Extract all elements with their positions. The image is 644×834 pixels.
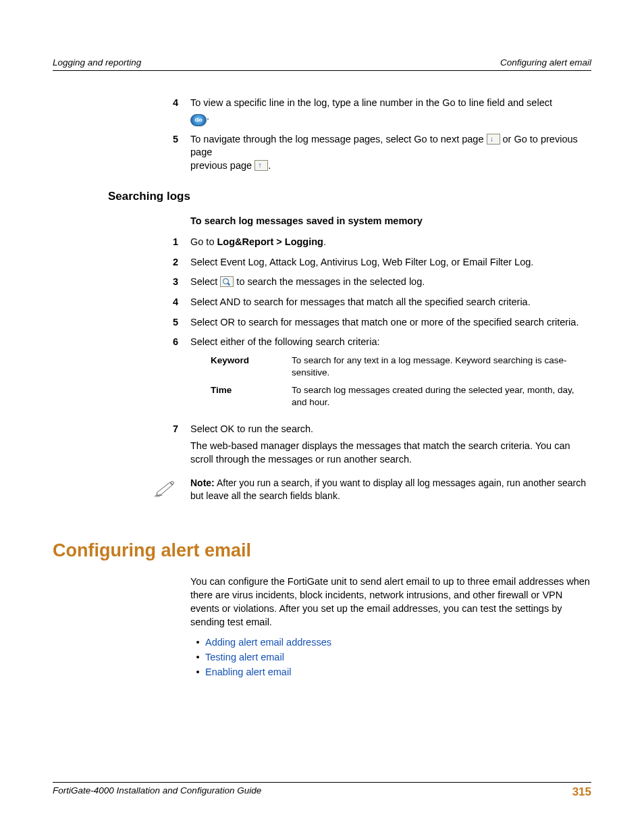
top-steps-block: 4 To view a specific line in the log, ty… — [154, 97, 591, 172]
step-line: Select OK to run the search. — [190, 423, 591, 436]
bullet-dot: • — [190, 652, 205, 662]
search-step-7: 7 Select OK to run the search. The web-b… — [154, 423, 591, 467]
step-line: The web-based manager displays the messa… — [190, 440, 591, 466]
step-body: Select OR to search for messages that ma… — [190, 316, 591, 330]
bullet-item: • Testing alert email — [190, 652, 591, 662]
search-step-4: 4 Select AND to search for messages that… — [154, 296, 591, 309]
step-text: Select either of the following search cr… — [190, 336, 591, 349]
step-text: . — [268, 160, 271, 171]
searching-logs-heading: Searching logs — [108, 190, 591, 203]
bullet-dot: • — [190, 637, 205, 648]
next-page-icon — [487, 134, 500, 145]
step-number: 3 — [154, 276, 190, 289]
search-icon — [220, 276, 234, 287]
alert-block: You can configure the FortiGate unit to … — [190, 575, 591, 677]
step-number: 7 — [154, 423, 190, 467]
top-step-5: 5 To navigate through the log message pa… — [154, 133, 591, 173]
bullet-dot: • — [190, 667, 205, 677]
step-body: To navigate through the log message page… — [190, 133, 591, 173]
bullet-item: • Enabling alert email — [190, 667, 591, 677]
prev-page-icon — [254, 160, 268, 171]
step-body: Select AND to search for messages that m… — [190, 296, 591, 309]
top-step-4: 4 To view a specific line in the log, ty… — [154, 97, 591, 126]
step-text: To view a specific line in the log, type… — [190, 97, 552, 108]
step-text: Select — [190, 276, 220, 287]
alert-intro: You can configure the FortiGate unit to … — [190, 575, 591, 629]
link-testing-alert[interactable]: Testing alert email — [205, 652, 284, 662]
note-block: Note: After you run a search, if you wan… — [154, 477, 591, 502]
step-body: To view a specific line in the log, type… — [190, 97, 591, 126]
step-number: 6 — [154, 336, 190, 415]
header-left: Logging and reporting — [53, 57, 141, 68]
header-right: Configuring alert email — [500, 57, 591, 68]
step-text-prev: previous page — [190, 160, 254, 171]
search-step-1: 1 Go to Log&Report > Logging. — [154, 236, 591, 249]
criteria-key: Keyword — [211, 355, 292, 379]
step-body: Select to search the messages in the sel… — [190, 276, 591, 289]
footer-title: FortiGate-4000 Installation and Configur… — [53, 785, 261, 799]
page-header: Logging and reporting Configuring alert … — [53, 57, 591, 71]
search-step-5: 5 Select OR to search for messages that … — [154, 316, 591, 330]
step-number: 4 — [154, 97, 190, 126]
criteria-row-time: Time To search log messages created duri… — [211, 384, 591, 409]
step-body: Select Event Log, Attack Log, Antivirus … — [190, 256, 591, 269]
step-body: Select either of the following search cr… — [190, 336, 591, 415]
criteria-key: Time — [211, 384, 292, 409]
criteria-row-keyword: Keyword To search for any text in a log … — [211, 355, 591, 379]
bullet-item: • Adding alert email addresses — [190, 637, 591, 648]
link-enabling-alert[interactable]: Enabling alert email — [205, 667, 291, 677]
note-icon — [154, 477, 190, 502]
step-number: 4 — [154, 296, 190, 309]
step-text: Go to — [190, 236, 217, 247]
step-number: 5 — [154, 316, 190, 330]
go-icon: Go — [190, 114, 207, 126]
step-text: . — [323, 236, 326, 247]
searching-block: To search log messages saved in system m… — [154, 215, 591, 502]
criteria-table: Keyword To search for any text in a log … — [211, 355, 591, 409]
note-label: Note: — [190, 477, 215, 488]
search-step-3: 3 Select to search the messages in the s… — [154, 276, 591, 289]
note-text: Note: After you run a search, if you wan… — [190, 477, 591, 502]
step-body: Select OK to run the search. The web-bas… — [190, 423, 591, 467]
note-body: After you run a search, if you want to d… — [190, 477, 586, 501]
configuring-alert-email-heading: Configuring alert email — [53, 540, 591, 561]
step-text: to search the messages in the selected l… — [234, 276, 425, 287]
search-step-6: 6 Select either of the following search … — [154, 336, 591, 415]
link-adding-addresses[interactable]: Adding alert email addresses — [205, 637, 331, 648]
page-number: 315 — [572, 785, 591, 799]
page-footer: FortiGate-4000 Installation and Configur… — [53, 782, 591, 799]
step-text: To navigate through the log message page… — [190, 134, 487, 145]
criteria-value: To search for any text in a log message.… — [292, 355, 591, 379]
step-text: . — [207, 111, 209, 122]
step-number: 2 — [154, 256, 190, 269]
criteria-value: To search log messages created during th… — [292, 384, 591, 409]
step-number: 5 — [154, 133, 190, 173]
menu-path: Log&Report > Logging — [217, 236, 323, 247]
searching-subheading: To search log messages saved in system m… — [190, 215, 591, 226]
step-body: Go to Log&Report > Logging. — [190, 236, 591, 249]
step-number: 1 — [154, 236, 190, 249]
search-step-2: 2 Select Event Log, Attack Log, Antiviru… — [154, 256, 591, 269]
page: Logging and reporting Configuring alert … — [0, 0, 644, 834]
